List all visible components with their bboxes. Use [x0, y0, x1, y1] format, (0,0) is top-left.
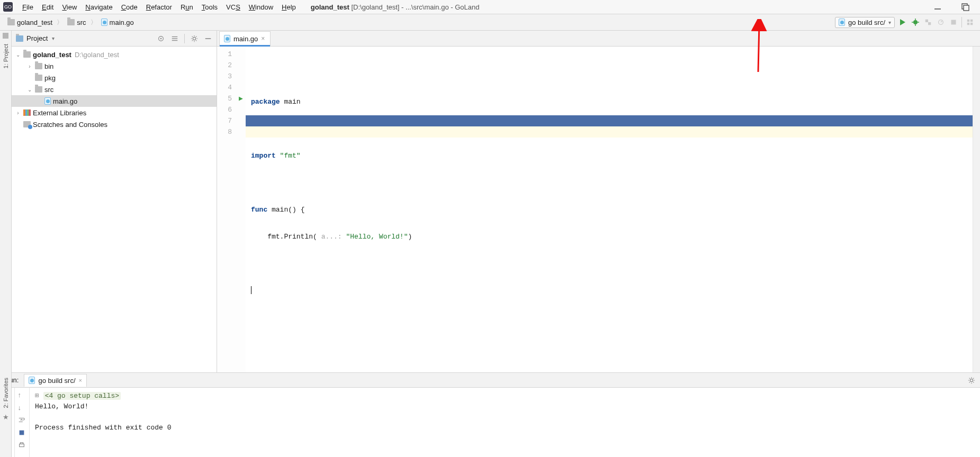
breadcrumb-file[interactable]: main.go	[98, 17, 137, 28]
tree-dir-bin[interactable]: › bin	[12, 60, 217, 72]
breadcrumb-src[interactable]: src	[64, 17, 89, 28]
close-icon[interactable]: ×	[261, 35, 265, 42]
code-editor[interactable]: 1 2 3 4 5 6 7 8 ▶ package main import	[217, 47, 980, 372]
app-logo-icon: GO	[3, 2, 13, 12]
svg-rect-12	[967, 20, 969, 22]
folder-icon	[35, 86, 42, 93]
run-button[interactable]	[898, 17, 907, 27]
gear-icon[interactable]	[190, 34, 199, 43]
project-tool-icon[interactable]	[3, 33, 8, 39]
run-gutter-icon[interactable]: ▶	[236, 93, 246, 104]
window-title: goland_test [D:\goland_test] - ...\src\m…	[311, 3, 480, 11]
tree-dir-pkg[interactable]: › pkg	[12, 72, 217, 84]
menu-refactor[interactable]: Refactor	[142, 2, 176, 13]
gutter-icon-bar: ▶	[236, 47, 246, 372]
tree-scratches[interactable]: › Scratches and Consoles	[12, 118, 217, 130]
breadcrumb: goland_test 〉 src 〉 main.go	[4, 17, 137, 28]
chevron-right-icon[interactable]: ›	[26, 63, 33, 69]
project-panel: Project ▾ ⌄	[12, 31, 217, 372]
svg-rect-2	[964, 5, 969, 11]
menu-tools[interactable]: Tools	[197, 2, 222, 13]
svg-rect-29	[19, 444, 24, 446]
profile-button[interactable]	[936, 17, 946, 27]
gear-icon[interactable]	[967, 376, 976, 385]
chevron-down-icon: ▾	[888, 20, 891, 25]
favorites-tool-tab[interactable]: 2: Favorites	[3, 376, 9, 410]
scroll-to-end-icon[interactable]	[18, 429, 26, 437]
hide-panel-icon[interactable]	[204, 34, 212, 43]
tree-file-main-go[interactable]: main.go	[12, 95, 217, 107]
search-everywhere-button[interactable]	[965, 17, 975, 27]
chevron-down-icon[interactable]: ⌄	[15, 52, 21, 58]
folder-icon	[7, 19, 15, 25]
stop-button[interactable]	[949, 17, 958, 27]
tree-external-libraries[interactable]: › External Libraries	[12, 107, 217, 118]
svg-marker-3	[900, 19, 905, 25]
separator	[184, 34, 185, 43]
editor-content[interactable]: package main import "fmt" func main() { …	[246, 47, 973, 372]
left-tool-stripe: 1: Project	[0, 31, 12, 372]
tree-root[interactable]: ⌄ goland_testD:\goland_test	[12, 49, 217, 60]
svg-point-21	[193, 37, 195, 40]
print-icon[interactable]	[18, 442, 26, 450]
breadcrumb-project[interactable]: goland_test	[4, 17, 56, 28]
run-configuration-dropdown[interactable]: go build src/ ▾	[835, 17, 895, 28]
down-stack-icon[interactable]: ↓	[18, 404, 26, 412]
svg-point-17	[160, 38, 162, 39]
debug-button[interactable]	[911, 17, 920, 27]
svg-point-23	[970, 379, 973, 381]
menu-vcs[interactable]: VCS	[222, 2, 245, 13]
go-file-icon	[44, 97, 51, 105]
svg-point-4	[913, 20, 918, 24]
svg-rect-11	[951, 20, 956, 25]
favorites-star-icon[interactable]: ★	[3, 413, 9, 421]
menu-view[interactable]: View	[58, 2, 81, 13]
editor-tab-main-go[interactable]: main.go ×	[219, 31, 271, 46]
project-view-label[interactable]: Project	[26, 34, 48, 42]
svg-rect-13	[970, 20, 973, 22]
menu-navigate[interactable]: Navigate	[81, 2, 116, 13]
chevron-right-icon[interactable]: ›	[15, 110, 21, 116]
scratch-icon	[23, 121, 31, 127]
editor-tab-bar: main.go ×	[217, 31, 980, 47]
chevron-down-icon[interactable]: ⌄	[26, 87, 33, 93]
project-tool-tab[interactable]: 1: Project	[3, 42, 9, 70]
console-output-line: Hello, World!	[35, 401, 975, 412]
separator	[961, 17, 962, 28]
svg-rect-30	[20, 443, 23, 444]
run-tab-go-build[interactable]: go build src/ ×	[24, 374, 87, 387]
chevron-right-icon: 〉	[89, 18, 98, 27]
chevron-right-icon: 〉	[56, 18, 64, 27]
tree-dir-src[interactable]: ⌄ src	[12, 84, 217, 95]
svg-line-10	[941, 21, 942, 22]
chevron-down-icon[interactable]: ▾	[52, 35, 55, 41]
editor-error-stripe[interactable]	[973, 47, 980, 372]
run-console[interactable]: ⊞ <4 go setup calls> Hello, World! Proce…	[30, 388, 980, 457]
go-file-icon	[29, 377, 35, 384]
window-maximize-icon[interactable]	[961, 3, 969, 11]
menu-window[interactable]: Window	[245, 2, 277, 13]
project-view-icon	[16, 35, 23, 42]
up-stack-icon[interactable]: ↑	[18, 391, 26, 399]
go-file-icon	[101, 19, 107, 26]
menu-file[interactable]: File	[18, 2, 38, 13]
editor-panel: main.go × 1 2 3 4 5 6 7 8 ▶	[217, 31, 980, 372]
coverage-button[interactable]	[923, 17, 933, 27]
run-tool-header: Run: go build src/ ×	[0, 373, 980, 388]
folder-icon	[35, 75, 42, 81]
soft-wrap-icon[interactable]	[18, 416, 26, 425]
folder-icon	[23, 51, 31, 58]
window-minimize-icon[interactable]	[933, 3, 942, 11]
close-icon[interactable]: ×	[79, 377, 82, 383]
text-caret	[251, 286, 251, 294]
console-setup-calls[interactable]: <4 go setup calls>	[43, 392, 121, 400]
menu-code[interactable]: Code	[117, 2, 142, 13]
menu-run[interactable]: Run	[176, 2, 197, 13]
menu-edit[interactable]: Edit	[38, 2, 58, 13]
project-tree[interactable]: ⌄ goland_testD:\goland_test › bin › pkg …	[12, 47, 217, 372]
collapse-all-icon[interactable]	[170, 34, 179, 43]
menu-help[interactable]: Help	[277, 2, 300, 13]
locate-file-icon[interactable]	[157, 34, 165, 43]
go-file-icon	[839, 19, 845, 26]
go-file-icon	[224, 35, 230, 42]
